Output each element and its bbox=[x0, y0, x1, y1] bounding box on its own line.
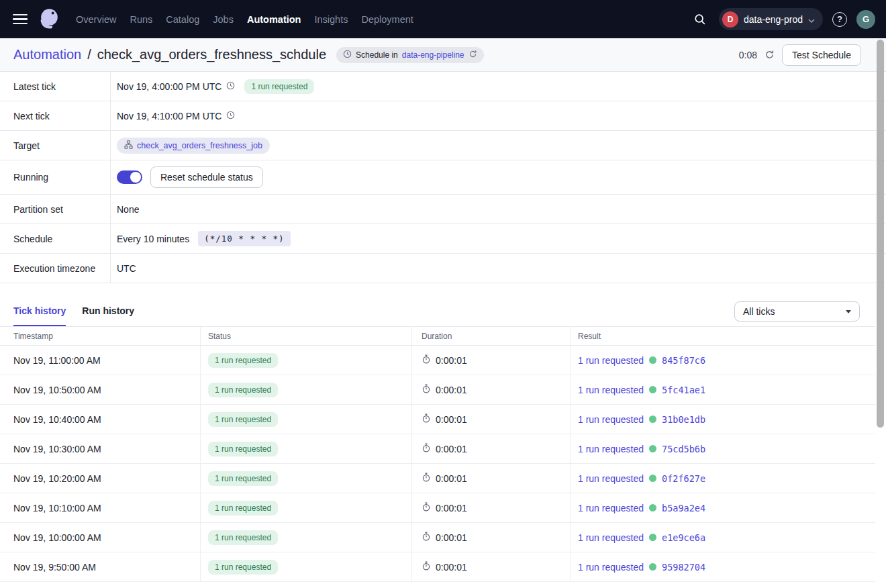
stopwatch-icon bbox=[422, 473, 431, 484]
nav-item-jobs[interactable]: Jobs bbox=[213, 14, 234, 25]
status-badge: 1 run requested bbox=[208, 560, 278, 575]
target-job-link[interactable]: check_avg_orders_freshness_job bbox=[117, 138, 270, 154]
search-icon[interactable] bbox=[691, 10, 709, 29]
schedule-label: Schedule bbox=[0, 224, 111, 253]
partition-set-value: None bbox=[117, 204, 139, 215]
tick-timestamp: Nov 19, 10:10:00 AM bbox=[0, 493, 201, 523]
column-header-result: Result bbox=[571, 327, 875, 346]
running-toggle[interactable] bbox=[117, 170, 142, 184]
target-label: Target bbox=[0, 131, 111, 160]
tick-status-cell: 1 run requested bbox=[201, 523, 412, 552]
reset-schedule-status-button[interactable]: Reset schedule status bbox=[150, 166, 263, 188]
run-id-link[interactable]: 5fc41ae1 bbox=[662, 385, 705, 395]
runs-requested-link[interactable]: 1 run requested bbox=[578, 562, 644, 573]
top-nav: Overview Runs Catalog Jobs Automation In… bbox=[0, 0, 886, 38]
refresh-countdown: 0:08 bbox=[739, 50, 757, 60]
runs-requested-link[interactable]: 1 run requested bbox=[578, 503, 644, 513]
timezone-row: Execution timezone UTC bbox=[0, 254, 886, 283]
tick-status-cell: 1 run requested bbox=[201, 464, 412, 493]
workspace-switcher[interactable]: D data-eng-prod bbox=[719, 8, 823, 30]
next-tick-row: Next tick Nov 19, 4:10:00 PM UTC bbox=[0, 101, 886, 131]
stopwatch-icon bbox=[422, 561, 431, 573]
run-id-link[interactable]: 75cd5b6b bbox=[662, 444, 705, 454]
tick-timestamp: Nov 19, 11:00:00 AM bbox=[0, 346, 201, 375]
partition-set-label: Partition set bbox=[0, 195, 111, 224]
run-id-link[interactable]: e1e9ce6a bbox=[662, 532, 705, 543]
tab-tick-history[interactable]: Tick history bbox=[13, 305, 66, 326]
timezone-value: UTC bbox=[117, 263, 136, 274]
nav-item-overview[interactable]: Overview bbox=[76, 14, 116, 25]
run-success-dot bbox=[649, 356, 656, 364]
tick-duration-cell: 0:00:01 bbox=[412, 552, 571, 582]
run-success-dot bbox=[649, 445, 656, 452]
tick-result-cell: 1 run requested845f87c6 bbox=[571, 346, 875, 375]
test-schedule-button[interactable]: Test Schedule bbox=[782, 44, 861, 66]
page-header: Automation / check_avg_orders_freshness_… bbox=[0, 38, 886, 72]
nav-item-deployment[interactable]: Deployment bbox=[361, 14, 413, 25]
breadcrumb-separator: / bbox=[87, 47, 91, 62]
tick-result-cell: 1 run requestede1e9ce6a bbox=[571, 523, 875, 552]
page-title: check_avg_orders_freshness_schdule bbox=[97, 47, 326, 62]
run-success-dot bbox=[649, 415, 656, 423]
code-location-link[interactable]: data-eng-pipeline bbox=[402, 50, 464, 60]
tick-status-cell: 1 run requested bbox=[201, 493, 412, 523]
runs-requested-link[interactable]: 1 run requested bbox=[578, 444, 644, 454]
workspace-initial-badge: D bbox=[722, 11, 738, 28]
runs-requested-link[interactable]: 1 run requested bbox=[578, 414, 644, 425]
tick-duration-cell: 0:00:01 bbox=[412, 493, 571, 523]
runs-requested-link[interactable]: 1 run requested bbox=[578, 473, 644, 484]
next-tick-label: Next tick bbox=[0, 101, 111, 130]
runs-requested-link[interactable]: 1 run requested bbox=[578, 532, 644, 543]
running-row: Running Reset schedule status bbox=[0, 160, 886, 195]
run-id-link[interactable]: 0f2f627e bbox=[662, 473, 705, 484]
latest-tick-value: Nov 19, 4:00:00 PM UTC bbox=[117, 81, 222, 92]
history-tabs-row: Tick history Run history All ticks bbox=[0, 297, 886, 326]
nav-item-runs[interactable]: Runs bbox=[130, 14, 152, 25]
run-id-link[interactable]: 845f87c6 bbox=[662, 355, 705, 366]
clock-icon bbox=[226, 81, 235, 92]
vertical-scrollbar-thumb[interactable] bbox=[877, 40, 884, 428]
status-badge: 1 run requested bbox=[208, 501, 278, 516]
tick-result-cell: 1 run requested95982704 bbox=[571, 552, 875, 582]
run-success-dot bbox=[649, 504, 656, 511]
run-success-dot bbox=[649, 475, 656, 482]
tick-result-cell: 1 run requested75cd5b6b bbox=[571, 434, 875, 464]
tab-run-history[interactable]: Run history bbox=[82, 305, 134, 326]
run-success-dot bbox=[649, 563, 656, 571]
user-avatar[interactable]: G bbox=[856, 10, 875, 29]
run-success-dot bbox=[649, 534, 656, 541]
target-job-name: check_avg_orders_freshness_job bbox=[137, 141, 262, 150]
reload-location-icon[interactable] bbox=[469, 50, 477, 60]
caret-down-icon bbox=[846, 310, 851, 313]
help-icon[interactable]: ? bbox=[832, 12, 847, 27]
status-badge: 1 run requested bbox=[208, 353, 278, 368]
tick-filter-value: All ticks bbox=[743, 306, 775, 317]
run-id-link[interactable]: 95982704 bbox=[662, 562, 705, 573]
tick-duration-cell: 0:00:01 bbox=[412, 434, 571, 464]
tick-timestamp: Nov 19, 10:40:00 AM bbox=[0, 405, 201, 434]
cron-expression-chip: (*/10 * * * *) bbox=[198, 231, 290, 246]
breadcrumb-automation-link[interactable]: Automation bbox=[13, 47, 81, 62]
nav-item-automation[interactable]: Automation bbox=[247, 14, 301, 25]
nav-item-catalog[interactable]: Catalog bbox=[166, 14, 199, 25]
stopwatch-icon bbox=[422, 413, 431, 425]
runs-requested-link[interactable]: 1 run requested bbox=[578, 385, 644, 395]
stopwatch-icon bbox=[422, 502, 431, 513]
hamburger-menu-icon[interactable] bbox=[13, 14, 28, 25]
tick-result-cell: 1 run requested5fc41ae1 bbox=[571, 375, 875, 405]
tick-filter-select[interactable]: All ticks bbox=[734, 301, 860, 322]
tick-duration-cell: 0:00:01 bbox=[412, 375, 571, 405]
runs-requested-link[interactable]: 1 run requested bbox=[578, 355, 644, 366]
tick-timestamp: Nov 19, 10:50:00 AM bbox=[0, 375, 201, 405]
tick-duration-cell: 0:00:01 bbox=[412, 523, 571, 552]
latest-tick-row: Latest tick Nov 19, 4:00:00 PM UTC 1 run… bbox=[0, 72, 886, 101]
tick-status-cell: 1 run requested bbox=[201, 375, 412, 405]
running-label: Running bbox=[0, 160, 111, 194]
run-id-link[interactable]: 31b0e1db bbox=[662, 414, 705, 425]
tick-status-cell: 1 run requested bbox=[201, 405, 412, 434]
nav-item-insights[interactable]: Insights bbox=[314, 14, 348, 25]
timezone-label: Execution timezone bbox=[0, 254, 111, 283]
refresh-icon[interactable] bbox=[765, 50, 775, 60]
run-id-link[interactable]: b5a9a2e4 bbox=[662, 503, 705, 513]
dagster-octopus-logo[interactable] bbox=[36, 7, 62, 32]
